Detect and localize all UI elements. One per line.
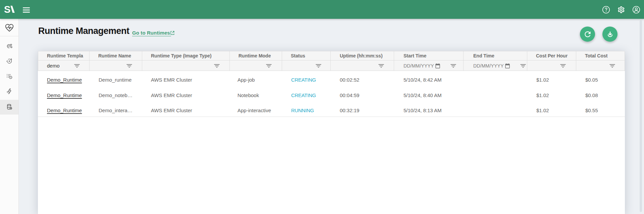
- svg-text:S: S: [4, 5, 10, 14]
